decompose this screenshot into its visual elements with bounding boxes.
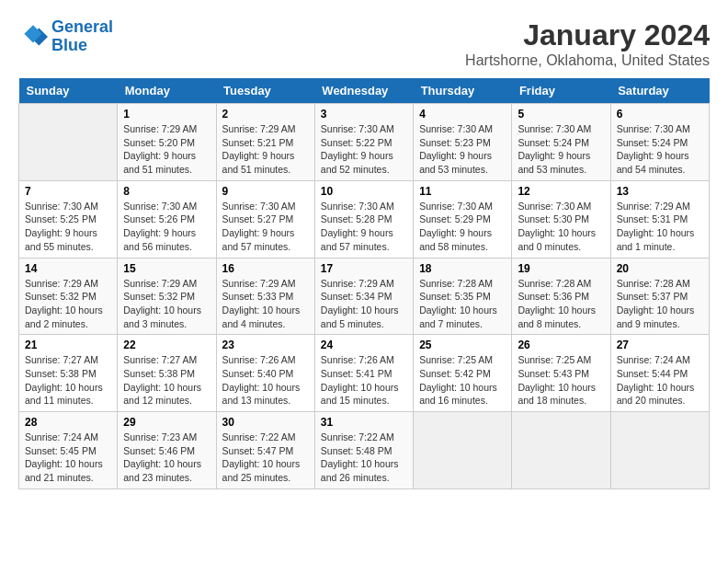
day-number: 14 (25, 262, 111, 275)
calendar-week-row: 7Sunrise: 7:30 AM Sunset: 5:25 PM Daylig… (19, 180, 710, 258)
day-number: 1 (123, 108, 210, 121)
day-number: 31 (321, 416, 407, 429)
calendar-cell: 20Sunrise: 7:28 AM Sunset: 5:37 PM Dayli… (610, 258, 709, 335)
day-info: Sunrise: 7:30 AM Sunset: 5:25 PM Dayligh… (25, 200, 111, 254)
logo-line1: General (51, 17, 113, 36)
calendar-cell: 18Sunrise: 7:28 AM Sunset: 5:35 PM Dayli… (414, 258, 512, 335)
title-block: January 2024 Hartshorne, Oklahoma, Unite… (465, 18, 710, 69)
calendar-cell: 24Sunrise: 7:26 AM Sunset: 5:41 PM Dayli… (314, 335, 413, 412)
day-number: 19 (518, 262, 604, 275)
calendar-cell: 5Sunrise: 7:30 AM Sunset: 5:24 PM Daylig… (512, 104, 610, 181)
day-info: Sunrise: 7:22 AM Sunset: 5:47 PM Dayligh… (222, 431, 309, 485)
day-info: Sunrise: 7:29 AM Sunset: 5:20 PM Dayligh… (123, 122, 210, 177)
day-number: 5 (518, 108, 604, 121)
day-number: 2 (222, 108, 309, 121)
day-info: Sunrise: 7:29 AM Sunset: 5:34 PM Dayligh… (321, 277, 407, 331)
calendar-cell: 8Sunrise: 7:30 AM Sunset: 5:26 PM Daylig… (118, 180, 216, 258)
day-info: Sunrise: 7:26 AM Sunset: 5:41 PM Dayligh… (321, 353, 407, 408)
calendar-cell: 7Sunrise: 7:30 AM Sunset: 5:25 PM Daylig… (19, 180, 118, 258)
day-number: 26 (518, 339, 604, 351)
day-info: Sunrise: 7:29 AM Sunset: 5:32 PM Dayligh… (25, 277, 111, 331)
day-number: 12 (518, 185, 604, 198)
day-number: 8 (123, 185, 210, 198)
day-number: 18 (419, 262, 506, 275)
calendar-cell: 26Sunrise: 7:25 AM Sunset: 5:43 PM Dayli… (512, 335, 610, 412)
day-number: 25 (419, 339, 506, 351)
day-number: 6 (617, 108, 703, 121)
weekday-header: Wednesday (314, 78, 413, 104)
calendar-cell: 22Sunrise: 7:27 AM Sunset: 5:38 PM Dayli… (118, 335, 216, 412)
calendar-cell: 25Sunrise: 7:25 AM Sunset: 5:42 PM Dayli… (414, 335, 512, 412)
day-number: 27 (617, 339, 703, 351)
calendar-cell (19, 104, 118, 181)
day-number: 10 (321, 185, 407, 198)
day-info: Sunrise: 7:30 AM Sunset: 5:26 PM Dayligh… (123, 200, 210, 254)
day-info: Sunrise: 7:24 AM Sunset: 5:44 PM Dayligh… (617, 353, 703, 408)
weekday-header-row: SundayMondayTuesdayWednesdayThursdayFrid… (19, 78, 710, 104)
day-info: Sunrise: 7:29 AM Sunset: 5:32 PM Dayligh… (123, 277, 210, 331)
day-info: Sunrise: 7:30 AM Sunset: 5:27 PM Dayligh… (222, 200, 309, 254)
day-number: 16 (222, 262, 309, 275)
day-info: Sunrise: 7:30 AM Sunset: 5:24 PM Dayligh… (518, 122, 604, 177)
calendar-cell: 6Sunrise: 7:30 AM Sunset: 5:24 PM Daylig… (610, 104, 709, 181)
day-info: Sunrise: 7:30 AM Sunset: 5:24 PM Dayligh… (617, 122, 703, 177)
day-number: 4 (419, 108, 506, 121)
day-info: Sunrise: 7:27 AM Sunset: 5:38 PM Dayligh… (25, 353, 111, 408)
logo: General Blue (18, 18, 113, 55)
day-info: Sunrise: 7:27 AM Sunset: 5:38 PM Dayligh… (123, 353, 210, 408)
calendar-cell: 31Sunrise: 7:22 AM Sunset: 5:48 PM Dayli… (314, 412, 413, 489)
day-number: 11 (419, 185, 506, 198)
calendar-cell: 27Sunrise: 7:24 AM Sunset: 5:44 PM Dayli… (610, 335, 709, 412)
day-number: 28 (25, 416, 111, 429)
day-info: Sunrise: 7:30 AM Sunset: 5:30 PM Dayligh… (518, 200, 604, 254)
weekday-header: Thursday (414, 78, 512, 104)
calendar-cell: 30Sunrise: 7:22 AM Sunset: 5:47 PM Dayli… (216, 412, 314, 489)
calendar-cell: 11Sunrise: 7:30 AM Sunset: 5:29 PM Dayli… (414, 180, 512, 258)
day-info: Sunrise: 7:23 AM Sunset: 5:46 PM Dayligh… (123, 431, 210, 485)
calendar-cell: 14Sunrise: 7:29 AM Sunset: 5:32 PM Dayli… (19, 258, 118, 335)
calendar-cell (414, 412, 512, 489)
weekday-header: Sunday (19, 78, 118, 104)
calendar-cell (610, 412, 709, 489)
calendar-cell: 3Sunrise: 7:30 AM Sunset: 5:22 PM Daylig… (314, 104, 413, 181)
day-number: 24 (321, 339, 407, 351)
logo-icon (18, 22, 48, 52)
calendar-week-row: 1Sunrise: 7:29 AM Sunset: 5:20 PM Daylig… (19, 104, 710, 181)
day-info: Sunrise: 7:30 AM Sunset: 5:23 PM Dayligh… (419, 122, 506, 177)
calendar-cell: 15Sunrise: 7:29 AM Sunset: 5:32 PM Dayli… (118, 258, 216, 335)
day-number: 9 (222, 185, 309, 198)
calendar-cell: 23Sunrise: 7:26 AM Sunset: 5:40 PM Dayli… (216, 335, 314, 412)
calendar-cell: 1Sunrise: 7:29 AM Sunset: 5:20 PM Daylig… (118, 104, 216, 181)
weekday-header: Tuesday (216, 78, 314, 104)
day-number: 7 (25, 185, 111, 198)
day-info: Sunrise: 7:28 AM Sunset: 5:37 PM Dayligh… (617, 277, 703, 331)
day-info: Sunrise: 7:30 AM Sunset: 5:28 PM Dayligh… (321, 200, 407, 254)
weekday-header: Saturday (610, 78, 709, 104)
day-info: Sunrise: 7:29 AM Sunset: 5:31 PM Dayligh… (617, 200, 703, 254)
day-number: 30 (222, 416, 309, 429)
page-subtitle: Hartshorne, Oklahoma, United States (465, 52, 710, 69)
day-info: Sunrise: 7:30 AM Sunset: 5:29 PM Dayligh… (419, 200, 506, 254)
calendar-cell: 13Sunrise: 7:29 AM Sunset: 5:31 PM Dayli… (610, 180, 709, 258)
calendar-cell: 17Sunrise: 7:29 AM Sunset: 5:34 PM Dayli… (314, 258, 413, 335)
day-number: 23 (222, 339, 309, 351)
day-info: Sunrise: 7:28 AM Sunset: 5:36 PM Dayligh… (518, 277, 604, 331)
logo-line2: Blue (51, 36, 87, 54)
day-number: 13 (617, 185, 703, 198)
day-info: Sunrise: 7:24 AM Sunset: 5:45 PM Dayligh… (25, 431, 111, 485)
day-info: Sunrise: 7:29 AM Sunset: 5:33 PM Dayligh… (222, 277, 309, 331)
day-number: 17 (321, 262, 407, 275)
calendar-week-row: 28Sunrise: 7:24 AM Sunset: 5:45 PM Dayli… (19, 412, 710, 489)
day-number: 29 (123, 416, 210, 429)
weekday-header: Monday (118, 78, 216, 104)
day-info: Sunrise: 7:25 AM Sunset: 5:42 PM Dayligh… (419, 353, 506, 408)
day-number: 22 (123, 339, 210, 351)
calendar-cell: 12Sunrise: 7:30 AM Sunset: 5:30 PM Dayli… (512, 180, 610, 258)
calendar-cell: 9Sunrise: 7:30 AM Sunset: 5:27 PM Daylig… (216, 180, 314, 258)
calendar-cell: 21Sunrise: 7:27 AM Sunset: 5:38 PM Dayli… (19, 335, 118, 412)
calendar-cell: 19Sunrise: 7:28 AM Sunset: 5:36 PM Dayli… (512, 258, 610, 335)
calendar-cell: 2Sunrise: 7:29 AM Sunset: 5:21 PM Daylig… (216, 104, 314, 181)
calendar-cell: 10Sunrise: 7:30 AM Sunset: 5:28 PM Dayli… (314, 180, 413, 258)
day-info: Sunrise: 7:28 AM Sunset: 5:35 PM Dayligh… (419, 277, 506, 331)
calendar-cell: 16Sunrise: 7:29 AM Sunset: 5:33 PM Dayli… (216, 258, 314, 335)
